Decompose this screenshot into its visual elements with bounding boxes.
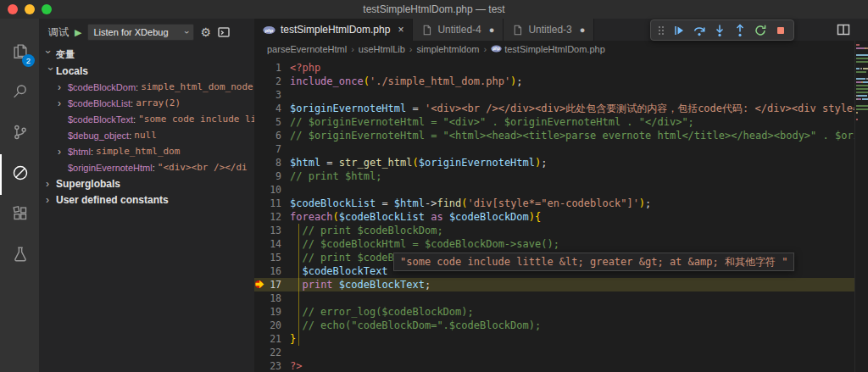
breadcrumb-item[interactable]: phptestSimpleHtmlDom.php (491, 43, 605, 56)
close-icon[interactable]: × (398, 24, 403, 36)
scope-user-defined-constants[interactable]: ›User defined constants (39, 192, 254, 208)
variable-row[interactable]: ›$codeBlockDom: simple_html_dom_node (39, 79, 254, 95)
breakpoint-margin[interactable] (254, 142, 264, 156)
activity-item-run-and-debug[interactable] (0, 154, 39, 195)
code-editor[interactable]: 1<?php2include_once('./simple_html_dom.p… (254, 58, 854, 372)
code-line[interactable]: 5// $originEvernoteHtml = "<div>" . $ori… (254, 115, 854, 129)
code-line[interactable]: 18 (254, 291, 854, 305)
gear-icon[interactable]: ⚙ (200, 26, 211, 38)
variable-value: simple_html_dom_node (141, 81, 253, 92)
chevron-down-icon: › (182, 31, 192, 34)
svg-text:php: php (264, 27, 274, 32)
breakpoint-margin[interactable] (254, 183, 264, 197)
breakpoint-margin[interactable] (254, 197, 264, 210)
line-text: $codeBlockText (281, 264, 388, 278)
debug-console-icon[interactable] (217, 25, 231, 39)
beaker-icon (11, 245, 30, 267)
tab-testsimplehtmldom-php[interactable]: phptestSimpleHtmlDom.php× (254, 19, 413, 41)
step-into-button[interactable] (709, 21, 729, 40)
minimap-line (856, 75, 868, 77)
tab-untitled-3[interactable]: Untitled-3● (504, 19, 594, 41)
activity-item-source-control[interactable] (0, 114, 39, 154)
breadcrumb-item[interactable]: simplehtmldom (417, 44, 480, 54)
breakpoint-margin[interactable] (254, 129, 264, 142)
line-text (281, 142, 290, 156)
scope-locals[interactable]: ›Locals (39, 63, 254, 79)
code-line[interactable]: 12foreach($codeBlockList as $codeBlockDo… (254, 210, 854, 224)
stop-button[interactable] (771, 21, 790, 40)
breakpoint-margin[interactable] (254, 291, 264, 305)
code-line[interactable]: 3 (254, 88, 854, 102)
code-line[interactable]: 10 (254, 183, 854, 197)
minimap-line (856, 108, 868, 111)
step-out-button[interactable] (730, 21, 749, 40)
code-line[interactable]: 8$html = str_get_html($originEvernoteHtm… (254, 156, 854, 169)
code-line[interactable]: 20 // echo("codeBlockDom=".$codeBlockDom… (254, 319, 854, 332)
tab-untitled-4[interactable]: Untitled-4● (413, 19, 504, 41)
code-line[interactable]: 13 // print $codeBlockDom; (254, 224, 854, 237)
activity-item-search[interactable] (0, 73, 39, 114)
minimap-line (856, 115, 868, 118)
code-line[interactable]: 6// $originEvernoteHtml = "<html><head><… (254, 129, 854, 142)
drag-handle-icon[interactable] (654, 24, 668, 37)
breakpoint-margin[interactable] (254, 237, 264, 251)
minimap[interactable] (854, 41, 868, 372)
step-over-button[interactable] (689, 21, 709, 40)
breakpoint-margin[interactable] (254, 88, 264, 102)
code-line[interactable]: 17 print $codeBlockText; (254, 278, 854, 291)
breakpoint-margin[interactable] (254, 305, 264, 319)
code-line[interactable]: 21} (254, 332, 854, 346)
variable-row[interactable]: ›$codeBlockText: "some code include li (39, 111, 254, 127)
breakpoint-margin[interactable] (254, 359, 264, 372)
breakpoint-margin[interactable] (254, 332, 264, 346)
maximize-window-button[interactable] (42, 4, 52, 14)
line-number: 13 (264, 224, 281, 237)
code-line[interactable]: 7 (254, 142, 854, 156)
activity-item-extensions[interactable] (0, 195, 39, 236)
minimap-line (856, 88, 868, 91)
breakpoint-margin[interactable] (254, 102, 264, 115)
breakpoint-margin[interactable] (254, 210, 264, 224)
code-line[interactable]: 9// print $html; (254, 169, 854, 183)
breakpoint-margin[interactable] (254, 115, 264, 129)
close-window-button[interactable] (8, 4, 18, 14)
restart-button[interactable] (750, 21, 770, 40)
activity-item-testing[interactable] (0, 236, 39, 276)
code-line[interactable]: 14 // $codeBlockHtml = $codeBlockDom->sa… (254, 237, 854, 251)
breakpoint-margin[interactable] (254, 61, 264, 75)
code-line[interactable]: 19 // error_log($codeBlockDom); (254, 305, 854, 319)
code-line[interactable]: 22 (254, 346, 854, 359)
code-line[interactable]: 4$originEvernoteHtml = '<div><br /></div… (254, 102, 854, 115)
code-line[interactable]: 2include_once('./simple_html_dom.php'); (254, 75, 854, 88)
line-text: ?> (281, 359, 302, 372)
breakpoint-margin[interactable] (254, 224, 264, 237)
line-number: 5 (264, 115, 281, 129)
minimize-window-button[interactable] (25, 4, 35, 14)
breadcrumb-item[interactable]: parseEvernoteHtml (267, 44, 347, 54)
variable-row[interactable]: ›$html: simple_html_dom (39, 143, 254, 159)
scope-superglobals[interactable]: ›Superglobals (39, 175, 254, 192)
badge: 2 (22, 54, 35, 67)
breakpoint-margin[interactable] (254, 169, 264, 183)
code-line[interactable]: 11$codeBlockList = $html->find('div[styl… (254, 197, 854, 210)
debug-config-dropdown[interactable]: Listen for XDebug › (87, 24, 194, 41)
code-line[interactable]: 23?> (254, 359, 854, 372)
breakpoint-margin[interactable] (254, 75, 264, 88)
breakpoint-margin[interactable] (254, 346, 264, 359)
breakpoint-margin[interactable] (254, 251, 264, 264)
variables-tree: ›Locals›$codeBlockDom: simple_html_dom_n… (39, 63, 254, 208)
breakpoint-margin[interactable] (254, 319, 264, 332)
breakpoint-margin[interactable] (254, 264, 264, 278)
split-editor-icon[interactable] (837, 25, 850, 39)
variables-section-header[interactable]: › 变量 (39, 46, 254, 63)
activity-item-explorer[interactable]: 2 (0, 32, 39, 73)
code-line[interactable]: 1<?php (254, 61, 854, 75)
variable-row[interactable]: ›$originEvernoteHtml: "<div><br /></di (39, 159, 254, 175)
breakpoint-margin[interactable] (254, 278, 264, 291)
breakpoint-margin[interactable] (254, 156, 264, 169)
continue-button[interactable] (669, 21, 688, 40)
breadcrumb-item[interactable]: useHtmlLib (359, 44, 405, 54)
variable-row[interactable]: ›$debug_object: null (39, 127, 254, 143)
start-debugging-button[interactable]: ▶ (75, 27, 81, 38)
variable-row[interactable]: ›$codeBlockList: array(2) (39, 95, 254, 111)
